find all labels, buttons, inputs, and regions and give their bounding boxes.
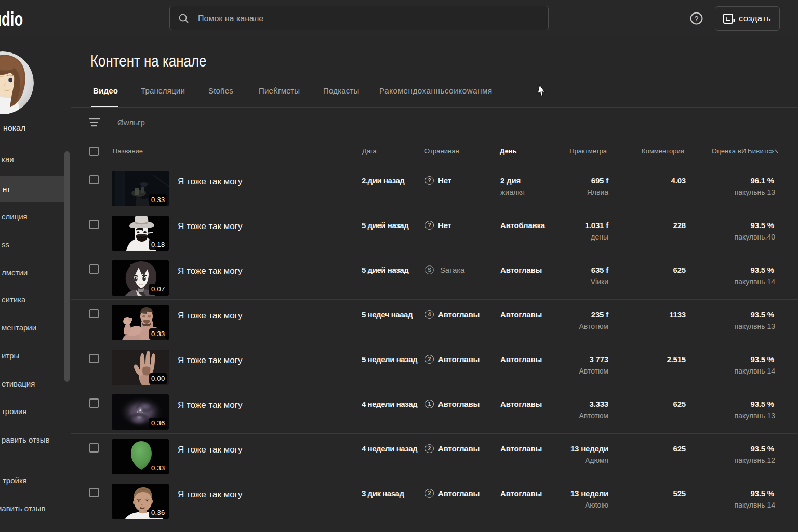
svg-text:?: ? [695,15,699,23]
